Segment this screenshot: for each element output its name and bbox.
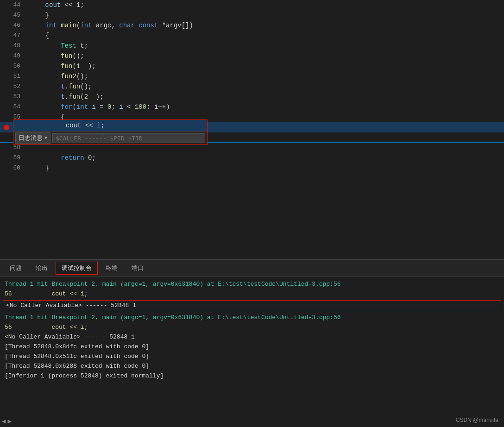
- nav-right-arrow[interactable]: ▶: [7, 417, 11, 425]
- nav-left-arrow[interactable]: ◀: [2, 417, 6, 425]
- code-line: 54 for(int i = 0; i < 100; i++): [0, 102, 504, 112]
- code-line: 44 cout << 1;: [0, 0, 504, 10]
- console-line: 56 cout << i;: [0, 322, 504, 332]
- bottom-nav[interactable]: ◀ ▶: [2, 417, 12, 425]
- line-number[interactable]: 51: [0, 71, 28, 82]
- console-line: Thread 1 hit Breakpoint 2, main (argc=1,…: [0, 313, 504, 322]
- line-number[interactable]: 54: [0, 102, 28, 112]
- line-number[interactable]: 49: [0, 51, 28, 61]
- line-content: return 0;: [28, 153, 504, 163]
- line-content: t.fun();: [28, 82, 504, 92]
- line-content: }: [28, 163, 504, 173]
- line-number[interactable]: 52: [0, 82, 28, 92]
- console-line: Thread 1 hit Breakpoint 2, main (argc=1,…: [0, 279, 504, 289]
- panel-content: Thread 1 hit Breakpoint 2, main (argc=1,…: [0, 276, 504, 427]
- code-lines: 44 cout << 1;45 }46 int main(int argc, c…: [0, 0, 504, 173]
- log-type-dropdown[interactable]: 日志消息 ▼: [15, 132, 50, 144]
- line-number[interactable]: 60: [0, 163, 28, 173]
- panel-tab-problems[interactable]: 问题: [4, 262, 28, 275]
- line-content: cout << 1;: [28, 0, 504, 10]
- watermark: CSDN @mahuifa: [456, 417, 498, 423]
- line-content: fun2();: [28, 71, 504, 82]
- bp-popup-code-line: cout << i;: [13, 120, 207, 131]
- panel-tab-terminal[interactable]: 终端: [100, 262, 124, 275]
- line-content: for(int i = 0; i < 100; i++): [28, 102, 504, 112]
- code-editor[interactable]: 44 cout << 1;45 }46 int main(int argc, c…: [0, 0, 504, 259]
- code-line: 51 fun2();: [0, 71, 504, 82]
- line-content: int main(int argc, char const *argv[]): [28, 20, 504, 31]
- panel-tab-bar: 问题输出调试控制台终端端口: [0, 260, 504, 276]
- line-content: Test t;: [28, 41, 504, 51]
- console-line: 56 cout << i;: [0, 289, 504, 299]
- code-line: 47 {: [0, 31, 504, 41]
- code-line: 49 fun();: [0, 51, 504, 61]
- chevron-down-icon: ▼: [44, 136, 47, 141]
- line-number[interactable]: 45: [0, 10, 28, 20]
- line-content: {: [28, 31, 504, 41]
- console-line: [Thread 52848.0x6288 exited with code 0]: [0, 361, 504, 371]
- console-line: <No Caller Avaliable> ------ 52848 1: [0, 332, 504, 342]
- breakpoint-popup[interactable]: cout << i; 日志消息 ▼: [13, 119, 208, 145]
- line-content: }: [28, 10, 504, 20]
- line-content: t.fun(2 );: [28, 92, 504, 102]
- code-line: 59 return 0;: [0, 153, 504, 163]
- line-number[interactable]: 47: [0, 31, 28, 41]
- code-line: 52 t.fun();: [0, 82, 504, 92]
- dropdown-label: 日志消息: [19, 134, 43, 142]
- line-number[interactable]: 46: [0, 20, 28, 31]
- console-line: [Inferior 1 (process 52848) exited norma…: [0, 371, 504, 381]
- log-message-input[interactable]: [52, 133, 205, 143]
- code-line: 48 Test t;: [0, 41, 504, 51]
- panel-tab-ports[interactable]: 端口: [126, 262, 150, 275]
- code-line: 53 t.fun(2 );: [0, 92, 504, 102]
- console-line: [Thread 52848.0x8dfc exited with code 0]: [0, 342, 504, 352]
- code-line: 60 }: [0, 163, 504, 173]
- line-number[interactable]: 53: [0, 92, 28, 102]
- breakpoint-dot: [4, 125, 9, 130]
- code-line: 46 int main(int argc, char const *argv[]…: [0, 20, 504, 31]
- panel-tab-debug-console[interactable]: 调试控制台: [56, 262, 98, 275]
- line-number[interactable]: 48: [0, 41, 28, 51]
- console-line: [Thread 52848.0x511c exited with code 0]: [0, 352, 504, 361]
- code-line: 50 fun(1 );: [0, 61, 504, 71]
- code-line: 45 }: [0, 10, 504, 20]
- line-number[interactable]: 50: [0, 61, 28, 71]
- line-number[interactable]: 44: [0, 0, 28, 10]
- no-caller-line: <No Caller Avaliable> ------ 52848 1: [3, 301, 501, 311]
- line-number[interactable]: 59: [0, 153, 28, 163]
- line-content: fun();: [28, 51, 504, 61]
- bottom-panel: 问题输出调试控制台终端端口 Thread 1 hit Breakpoint 2,…: [0, 259, 504, 427]
- bp-code-text: cout << i;: [15, 122, 105, 129]
- highlighted-console-block: <No Caller Avaliable> ------ 52848 1: [3, 300, 501, 311]
- bp-popup-input-row[interactable]: 日志消息 ▼: [13, 131, 207, 144]
- line-content: fun(1 );: [28, 61, 504, 71]
- panel-tab-output[interactable]: 输出: [30, 262, 54, 275]
